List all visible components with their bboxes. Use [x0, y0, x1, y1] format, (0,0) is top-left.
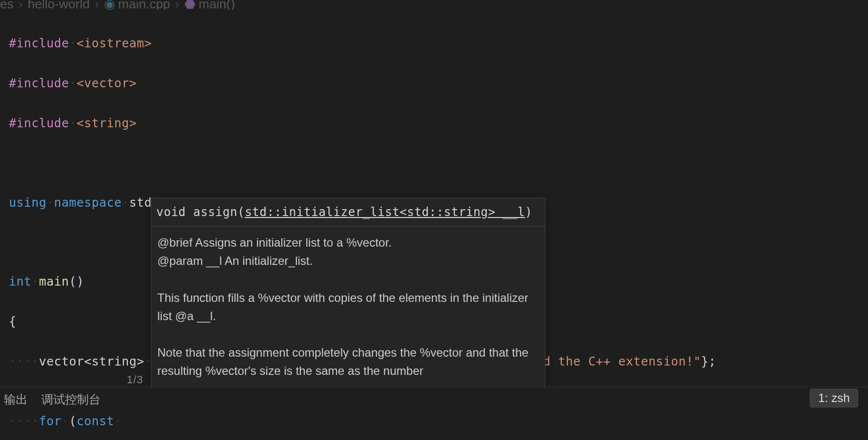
signature-line: void assign(std::initializer_list<std::s… — [151, 198, 545, 226]
signature-nav: ˄ 1/3 — [127, 365, 144, 386]
cpp-file-icon: ◉ — [104, 0, 115, 10]
breadcrumb-file[interactable]: ◉ main.cpp — [104, 0, 171, 10]
signature-count: 1/3 — [127, 373, 144, 386]
code-line[interactable]: #include·<vector> — [9, 73, 868, 93]
panel-tabs: 输出 调试控制台 — [0, 387, 868, 411]
breadcrumb: es › hello-world › ◉ main.cpp › ⬣ main() — [0, 0, 868, 10]
breadcrumb-parent[interactable]: es — [0, 0, 13, 10]
chevron-right-icon: › — [18, 0, 23, 10]
code-line[interactable]: ····for·(const· — [9, 411, 868, 431]
breadcrumb-symbol[interactable]: ⬣ main() — [184, 0, 235, 10]
chevron-up-icon[interactable]: ˄ — [133, 365, 137, 373]
signature-help-tooltip: ˄ 1/3 void assign(std::initializer_list<… — [151, 198, 545, 390]
signature-doc: @brief Assigns an initializer list to a … — [151, 226, 545, 389]
active-parameter: std::initializer_list<std::string> __l — [245, 205, 525, 219]
terminal-label: 1: zsh — [818, 391, 850, 405]
breadcrumb-folder[interactable]: hello-world — [28, 0, 90, 10]
chevron-right-icon: › — [95, 0, 99, 10]
code-line[interactable]: #include·<string> — [9, 113, 868, 133]
tab-output[interactable]: 输出 — [4, 392, 28, 407]
tab-debug-console[interactable]: 调试控制台 — [41, 392, 101, 407]
code-line[interactable] — [9, 153, 868, 173]
method-icon: ⬣ — [184, 0, 196, 10]
chevron-right-icon: › — [175, 0, 180, 10]
terminal-selector[interactable]: 1: zsh — [810, 389, 858, 407]
code-line[interactable]: #include·<iostream> — [9, 34, 868, 53]
